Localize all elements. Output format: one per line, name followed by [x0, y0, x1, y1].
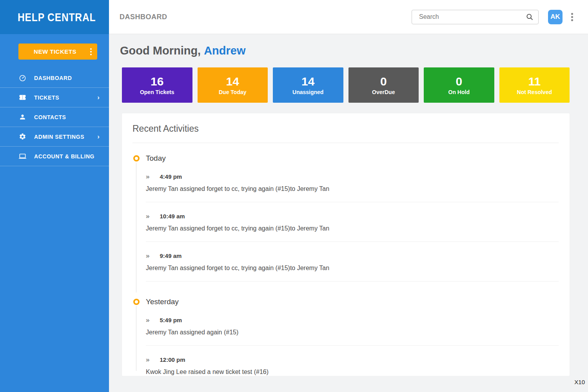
- stat-card-unassigned[interactable]: 14 Unassigned: [273, 67, 343, 103]
- stat-label: Not Resolved: [517, 89, 552, 95]
- stat-card-due-today[interactable]: 14 Due Today: [198, 67, 268, 103]
- sidebar-item-admin-settings[interactable]: ADMIN SETTINGS ›: [0, 127, 109, 147]
- sidebar-item-account-billing[interactable]: ACCOUNT & BILLING ›: [0, 147, 109, 166]
- sidebar-item-label: CONTACTS: [34, 114, 97, 120]
- chevron-right-icon: ›: [97, 133, 100, 140]
- activity-time: 10:49 am: [160, 213, 185, 220]
- activity-entry: » 9:49 am Jeremy Tan assigned forget to …: [146, 242, 559, 281]
- timeline-line: [136, 163, 136, 292]
- stat-value: 14: [226, 75, 239, 88]
- dashboard-icon: [18, 74, 26, 82]
- new-tickets-label: NEW TICKETS: [18, 48, 85, 55]
- stat-value: 11: [528, 75, 541, 88]
- activity-time: 5:49 pm: [160, 317, 182, 323]
- stat-value: 0: [456, 75, 462, 88]
- stat-card-open-tickets[interactable]: 16 Open Tickets: [122, 67, 192, 103]
- sidebar: HELP CENTRAL NEW TICKETS DASHBOARD › TIC…: [0, 0, 109, 392]
- stat-label: Unassigned: [292, 89, 323, 95]
- timeline-marker-icon: [133, 299, 140, 305]
- contacts-icon: [18, 113, 26, 121]
- stat-label: Due Today: [219, 89, 247, 95]
- sidebar-item-label: DASHBOARD: [34, 75, 97, 81]
- stat-label: Open Tickets: [140, 89, 174, 95]
- double-chevron-icon: »: [146, 213, 149, 220]
- recent-activities-panel: Recent Activities Today » 4:49 pm Jeremy…: [122, 113, 570, 376]
- sidebar-nav: DASHBOARD › TICKETS › CONTACTS › ADMIN S…: [0, 68, 109, 166]
- timeline-line: [136, 306, 136, 371]
- double-chevron-icon: »: [146, 173, 149, 180]
- stats-row: 16 Open Tickets 14 Due Today 14 Unassign…: [122, 67, 570, 103]
- activity-entry: » 10:49 am Jeremy Tan assigned forget to…: [146, 202, 559, 242]
- topbar-kebab-icon[interactable]: [570, 11, 575, 23]
- timeline-marker-icon: [133, 155, 140, 162]
- brand-bar: HELP CENTRAL: [0, 0, 109, 34]
- search-icon[interactable]: [526, 13, 534, 21]
- main-content: Good Morning,Andrew 16 Open Tickets 14 D…: [109, 34, 588, 392]
- stat-label: OverDue: [372, 89, 395, 95]
- stat-card-on-hold[interactable]: 0 On Hold: [424, 67, 494, 103]
- activity-entry: » 5:49 pm Jeremy Tan assigned again (#15…: [146, 306, 559, 346]
- search-input[interactable]: [412, 13, 526, 20]
- billing-icon: [18, 152, 26, 160]
- activity-description: Jeremy Tan assigned forget to cc, trying…: [146, 185, 559, 192]
- new-tickets-button[interactable]: NEW TICKETS: [18, 44, 97, 60]
- activity-entry: » 4:49 pm Jeremy Tan assigned forget to …: [146, 163, 559, 202]
- stat-value: 16: [151, 75, 163, 88]
- double-chevron-icon: »: [146, 252, 149, 259]
- stat-card-overdue[interactable]: 0 OverDue: [348, 67, 419, 103]
- new-tickets-kebab-icon[interactable]: [85, 48, 97, 55]
- brand-title: HELP CENTRAL: [18, 11, 96, 24]
- activity-description: Jeremy Tan assigned forget to cc, trying…: [146, 265, 559, 272]
- sidebar-item-tickets[interactable]: TICKETS ›: [0, 88, 109, 107]
- settings-icon: [18, 133, 26, 141]
- activity-description: Jeremy Tan assigned again (#15): [146, 329, 559, 336]
- activity-time: 12:00 pm: [160, 356, 185, 363]
- timeline-group: Yesterday » 5:49 pm Jeremy Tan assigned …: [133, 298, 559, 376]
- watermark-text: X10: [574, 379, 585, 385]
- timeline-group-label: Yesterday: [146, 298, 179, 306]
- chevron-right-icon: ›: [97, 94, 100, 101]
- activity-description: Jeremy Tan assigned forget to cc, trying…: [146, 225, 559, 232]
- sidebar-item-dashboard[interactable]: DASHBOARD ›: [0, 68, 109, 88]
- double-chevron-icon: »: [146, 356, 149, 363]
- recent-activities-title: Recent Activities: [132, 123, 559, 134]
- stat-card-not-resolved[interactable]: 11 Not Resolved: [499, 67, 570, 103]
- divider: [146, 281, 559, 281]
- topbar: DASHBOARD AK: [109, 0, 588, 34]
- stat-value: 0: [380, 75, 387, 88]
- sidebar-item-label: TICKETS: [34, 94, 97, 101]
- greeting: Good Morning,Andrew: [120, 44, 570, 57]
- sidebar-item-label: ACCOUNT & BILLING: [34, 153, 97, 160]
- tickets-icon: [18, 94, 26, 102]
- greeting-text: Good Morning,: [120, 44, 201, 57]
- stat-value: 14: [301, 75, 314, 88]
- double-chevron-icon: »: [146, 317, 149, 323]
- activity-timeline: Today » 4:49 pm Jeremy Tan assigned forg…: [132, 143, 559, 376]
- activity-time: 9:49 am: [160, 252, 181, 259]
- timeline-group-label: Today: [146, 154, 166, 163]
- timeline-group: Today » 4:49 pm Jeremy Tan assigned forg…: [133, 154, 559, 281]
- activity-time: 4:49 pm: [160, 173, 182, 180]
- stat-label: On Hold: [448, 89, 470, 95]
- sidebar-item-label: ADMIN SETTINGS: [34, 134, 97, 140]
- page-title: DASHBOARD: [120, 13, 167, 21]
- sidebar-item-contacts[interactable]: CONTACTS ›: [0, 107, 109, 127]
- activity-entry: » 12:00 pm Kwok Jing Lee raised a new ti…: [146, 346, 559, 376]
- greeting-user-name[interactable]: Andrew: [204, 44, 245, 57]
- activity-description: Kwok Jing Lee raised a new ticket test (…: [146, 368, 559, 376]
- search-box: [412, 10, 539, 24]
- avatar[interactable]: AK: [548, 10, 563, 24]
